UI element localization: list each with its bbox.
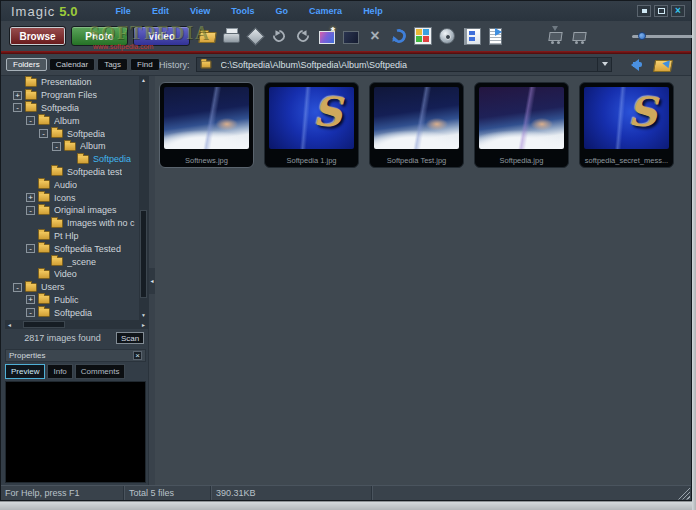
tree-item[interactable]: Images with no c	[5, 217, 139, 230]
rotate-left-icon	[270, 27, 288, 45]
thumbnail[interactable]: Softnews.jpg	[159, 82, 254, 168]
properties-tab-info[interactable]: Info	[47, 364, 72, 379]
tree-item[interactable]: -Softpedia	[5, 306, 139, 319]
expand-toggle[interactable]: -	[13, 283, 22, 292]
expand-toggle[interactable]: -	[52, 142, 61, 151]
tree-item[interactable]: +Program Files	[5, 89, 139, 102]
edit-image-button[interactable]	[315, 24, 339, 48]
menu-view[interactable]: View	[188, 5, 212, 17]
delete-image-icon	[342, 27, 360, 45]
collage-button[interactable]	[411, 24, 435, 48]
thumbnail[interactable]: Softpedia 1.jpg	[264, 82, 359, 168]
zoom-slider-thumb[interactable]	[638, 32, 646, 40]
expand-toggle[interactable]: +	[26, 193, 35, 202]
panel-splitter[interactable]: ◄	[149, 76, 155, 485]
rotate-right-button[interactable]	[291, 24, 315, 48]
cart-button[interactable]	[567, 24, 591, 48]
folder-icon	[64, 142, 76, 151]
zoom-slider[interactable]	[627, 24, 696, 48]
video-mode-button[interactable]: Video	[133, 26, 190, 46]
scan-button[interactable]: Scan	[116, 332, 144, 344]
menu-go[interactable]: Go	[274, 5, 291, 17]
expand-toggle[interactable]: +	[26, 295, 35, 304]
scroll-down-arrow[interactable]: ▼	[139, 311, 148, 320]
expand-toggle[interactable]: -	[26, 308, 35, 317]
open-folder-button[interactable]	[195, 24, 219, 48]
tab-tags[interactable]: Tags	[97, 58, 128, 71]
folder-icon	[25, 91, 37, 100]
tree-item[interactable]: Softpedia	[5, 153, 139, 166]
close-x-button[interactable]	[363, 24, 387, 48]
refresh-button[interactable]	[387, 24, 411, 48]
report-button[interactable]	[483, 24, 507, 48]
title-bar: Imagic 5.0 FileEditViewToolsGoCameraHelp…	[1, 1, 691, 21]
thumbnail[interactable]: softpedia_secret_mess...	[579, 82, 674, 168]
scrollbar-thumb[interactable]	[23, 321, 65, 328]
scroll-left-arrow[interactable]: ◄	[7, 322, 12, 328]
expand-toggle[interactable]: -	[26, 206, 35, 215]
tree-item[interactable]: Video	[5, 268, 139, 281]
folder-icon	[51, 167, 63, 176]
tree-item[interactable]: -Softpedia	[5, 102, 139, 115]
tree-item[interactable]: +Public	[5, 294, 139, 307]
tree-item[interactable]: Presentation	[5, 76, 139, 89]
folder-icon	[200, 60, 211, 68]
menu-tools[interactable]: Tools	[229, 5, 256, 17]
tab-folders[interactable]: Folders	[6, 58, 47, 71]
scroll-right-arrow[interactable]: ►	[141, 322, 146, 328]
resize-grip[interactable]	[677, 487, 690, 500]
menu-edit[interactable]: Edit	[150, 5, 171, 17]
expand-toggle[interactable]: +	[13, 91, 22, 100]
tree-item[interactable]: _scene	[5, 255, 139, 268]
expand-toggle[interactable]: -	[39, 129, 48, 138]
close-button[interactable]: ×	[671, 5, 685, 17]
tree-item[interactable]: -Album	[5, 140, 139, 153]
open-folder-button[interactable]	[654, 58, 673, 72]
menu-file[interactable]: File	[113, 5, 133, 17]
minimize-button[interactable]	[637, 5, 651, 17]
expand-toggle[interactable]: -	[13, 103, 22, 112]
tree-item[interactable]: Pt Hlp	[5, 230, 139, 243]
scrollbar-thumb[interactable]	[140, 210, 147, 298]
tab-calendar[interactable]: Calendar	[49, 58, 95, 71]
tree-item[interactable]: -Softpedia Tested	[5, 242, 139, 255]
thumbnail-filename: Softnews.jpg	[164, 149, 249, 165]
tree-item[interactable]: -Softpedia	[5, 127, 139, 140]
photo-album-button[interactable]	[459, 24, 483, 48]
menu-camera[interactable]: Camera	[307, 5, 344, 17]
cd-button[interactable]	[435, 24, 459, 48]
scroll-up-arrow[interactable]: ▲	[139, 76, 148, 85]
properties-tab-comments[interactable]: Comments	[75, 364, 126, 379]
tree-horizontal-scrollbar[interactable]: ◄ ►	[5, 320, 148, 329]
printer-button[interactable]	[219, 24, 243, 48]
app-name: Imagic	[11, 4, 55, 19]
expand-toggle[interactable]: -	[26, 244, 35, 253]
thumbnail[interactable]: Softpedia.jpg	[474, 82, 569, 168]
expand-toggle[interactable]: -	[26, 116, 35, 125]
tree-item[interactable]: Audio	[5, 178, 139, 191]
tree-item[interactable]: -Album	[5, 114, 139, 127]
close-icon[interactable]: ×	[133, 351, 142, 360]
tree-vertical-scrollbar[interactable]: ▲ ▼	[139, 76, 148, 320]
collapse-panel-arrow[interactable]: ◄	[149, 268, 155, 294]
thumbnail[interactable]: Softpedia Test.jpg	[369, 82, 464, 168]
menu-help[interactable]: Help	[361, 5, 385, 17]
rotate-left-button[interactable]	[267, 24, 291, 48]
cart-add-button[interactable]	[543, 24, 567, 48]
tree-item[interactable]: +Icons	[5, 191, 139, 204]
tree-item[interactable]: Softpedia test	[5, 166, 139, 179]
thumbnail-image	[164, 87, 249, 149]
tree-item[interactable]: -Original images	[5, 204, 139, 217]
delete-image-button[interactable]	[339, 24, 363, 48]
email-button[interactable]	[243, 24, 267, 48]
tree-item[interactable]: -Users	[5, 281, 139, 294]
history-path-field[interactable]: C:\Softpedia\Album\Softpedia\Album\Softp…	[196, 57, 612, 72]
photo-mode-button[interactable]: Photo	[71, 26, 128, 46]
back-button[interactable]	[624, 59, 644, 71]
tree-item-label: Album	[80, 141, 106, 151]
browse-mode-button[interactable]: Browse	[9, 26, 66, 46]
tree-item-label: Softpedia	[67, 129, 105, 139]
properties-tab-preview[interactable]: Preview	[5, 364, 45, 379]
history-dropdown-button[interactable]	[597, 58, 611, 71]
maximize-button[interactable]	[654, 5, 668, 17]
